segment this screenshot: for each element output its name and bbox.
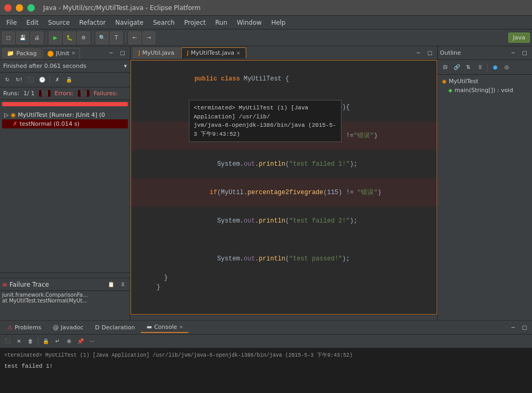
terminate-button[interactable]: ⬛ — [2, 336, 13, 347]
stop-button[interactable]: ⬛ — [25, 75, 36, 85]
copy-trace-button[interactable]: 📋 — [106, 279, 116, 290]
maximize-button[interactable] — [27, 4, 35, 12]
runs-value: 1/ 1 — [24, 90, 35, 97]
save-button[interactable]: 💾 — [16, 32, 29, 44]
rerun-failed-button[interactable]: ↻! — [14, 75, 24, 85]
minimize-bottom-icon[interactable]: ─ — [508, 323, 518, 333]
menu-navigate[interactable]: Navigate — [111, 18, 148, 27]
maximize-bottom-icon[interactable]: □ — [519, 323, 530, 333]
tab-console[interactable]: ▬ Console ✕ — [141, 322, 188, 333]
scroll-lock-button[interactable]: 🔒 — [64, 75, 74, 85]
menu-project[interactable]: Project — [180, 18, 210, 27]
failure-tab-bar: ≡ Failure Trace 📋 ⧖ — [0, 278, 130, 291]
failure-trace-panel: ≡ Failure Trace 📋 ⧖ junit.framework.Comp… — [0, 278, 130, 320]
scroll-lock-console-button[interactable]: 🔒 — [41, 336, 51, 347]
toolbar-sep-2 — [93, 33, 93, 43]
failure-line-2[interactable]: at MyUtilTest.testNormal(MyUt... — [2, 298, 128, 304]
close-button[interactable] — [4, 4, 12, 12]
rerun-button[interactable]: ↻ — [2, 75, 13, 85]
search-open-button[interactable]: 🔍 — [96, 32, 108, 44]
minimize-outline-icon[interactable]: ─ — [508, 48, 518, 58]
junit-tab-close[interactable]: ✕ — [72, 51, 76, 56]
outline-class[interactable]: ◉ MyUtilTest — [440, 77, 530, 86]
javadoc-icon: @ — [53, 324, 59, 331]
menu-window[interactable]: Window — [233, 18, 266, 27]
tab-package-explorer[interactable]: 📁 Packag — [2, 48, 42, 58]
filter-trace-button[interactable]: ⧖ — [117, 279, 128, 290]
minimize-button[interactable] — [16, 4, 23, 12]
show-fields-button[interactable]: ● — [490, 62, 500, 73]
open-console-button[interactable]: ⊕ — [64, 336, 74, 347]
tooltip-line2: jvm/java-6-openjdk-i386/bin/java (2015-5… — [194, 121, 337, 138]
tab-javadoc[interactable]: @ Javadoc — [48, 323, 89, 332]
new-button[interactable]: ◻ — [2, 32, 15, 44]
menu-run[interactable]: Run — [211, 18, 232, 27]
menu-file[interactable]: File — [2, 18, 21, 27]
tree-test-normal[interactable]: ✗ testNormal (0.014 s) — [2, 119, 128, 128]
editor-hscrollbar[interactable] — [131, 315, 437, 320]
print-button[interactable]: 🖨 — [31, 32, 43, 44]
suite-icon: ◉ — [11, 112, 16, 118]
dropdown-icon[interactable]: ▾ — [124, 63, 127, 69]
errors-label: Errors: — [55, 90, 74, 97]
toolbar-sep-3 — [125, 33, 126, 43]
code-line: System.out.println("test failed 1!"); — [131, 150, 437, 178]
finished-text: Finished after 0.061 seconds — [3, 63, 86, 69]
tab-junit[interactable]: ⬤ JUnit ✕ — [43, 48, 81, 58]
tab-myutiltest[interactable]: J MyUtilTest.java ✕ — [181, 47, 246, 58]
maximize-left-icon[interactable]: □ — [117, 48, 128, 58]
java-perspective-button[interactable]: Java — [508, 33, 530, 43]
history-button[interactable]: 🕐 — [37, 75, 47, 85]
tab-declaration[interactable]: D Declaration — [90, 323, 140, 332]
code-editor[interactable]: public class MyUtilTest { public static … — [131, 60, 437, 315]
editor-tab-close[interactable]: ✕ — [236, 51, 240, 56]
bottom-panel: ⚠ Problems @ Javadoc D Declaration ▬ Con… — [0, 320, 532, 393]
clear-console-button[interactable]: 🗑 — [25, 336, 36, 347]
run-config-button[interactable]: ⚙ — [77, 32, 90, 44]
code-line: System.out.println("test passed!"); — [131, 245, 437, 273]
forward-button[interactable]: → — [143, 32, 155, 44]
tab-myutil[interactable]: J MyUtil.java — [133, 47, 180, 58]
expand-icon: ▷ — [4, 112, 8, 118]
console-more-button[interactable]: ⋯ — [87, 336, 97, 347]
minimize-editor-icon[interactable]: ─ — [413, 48, 424, 58]
package-icon: 📁 — [7, 50, 14, 57]
runs-label: Runs: — [3, 90, 19, 97]
menu-refactor[interactable]: Refactor — [75, 18, 110, 27]
console-tab-close[interactable]: ✕ — [179, 325, 184, 330]
maximize-outline-icon[interactable]: □ — [519, 48, 530, 58]
menu-search[interactable]: Search — [149, 18, 179, 27]
failure-line-1[interactable]: junit.framework.ComparisonFa... — [2, 292, 128, 298]
menu-help[interactable]: Help — [267, 18, 289, 27]
word-wrap-button[interactable]: ↵ — [52, 336, 63, 347]
test-error-icon: ✗ — [13, 120, 17, 127]
link-editor-button[interactable]: 🔗 — [451, 62, 462, 73]
outline-panel: Outline ─ □ ⊟ 🔗 ⇅ ⧖ ● ◎ ◉ MyUtilTest ◆ m… — [437, 46, 532, 320]
junit-icon: ⬤ — [47, 50, 54, 57]
filter-button[interactable]: ⧖ — [475, 62, 485, 73]
menu-edit[interactable]: Edit — [22, 18, 43, 27]
sort-button[interactable]: ⇅ — [463, 62, 474, 73]
sep — [49, 76, 50, 84]
show-static-button[interactable]: ◎ — [501, 62, 512, 73]
tree-root[interactable]: ▷ ◉ MyUtilTest [Runner: JUnit 4] (0 — [2, 110, 128, 119]
remove-launch-button[interactable]: ✕ — [14, 336, 24, 347]
collapse-all-button[interactable]: ⊟ — [440, 62, 450, 73]
back-button[interactable]: ← — [128, 32, 141, 44]
tree-hscrollbar[interactable] — [0, 273, 130, 278]
code-line: if(MyUtil.percentage2fivegrade(115) != "… — [131, 178, 437, 207]
minimize-left-icon[interactable]: ─ — [106, 48, 116, 58]
run-last-button[interactable]: ▶ — [49, 32, 62, 44]
pin-console-button[interactable]: 📌 — [75, 336, 86, 347]
outline-tab-bar: Outline ─ □ — [438, 46, 532, 60]
tab-problems[interactable]: ⚠ Problems — [2, 323, 47, 332]
left-tab-bar: 📁 Packag ⬤ JUnit ✕ ─ □ — [0, 46, 130, 60]
debug-button[interactable]: 🐛 — [63, 32, 76, 44]
outline-method[interactable]: ◆ main(String[]) : void — [440, 86, 530, 95]
open-type-button[interactable]: T — [110, 32, 123, 44]
show-failures-button[interactable]: ✗ — [52, 75, 63, 85]
declaration-icon: D — [95, 324, 99, 331]
maximize-editor-icon[interactable]: □ — [425, 48, 435, 58]
class-icon: ◉ — [442, 78, 447, 84]
menu-source[interactable]: Source — [44, 18, 74, 27]
